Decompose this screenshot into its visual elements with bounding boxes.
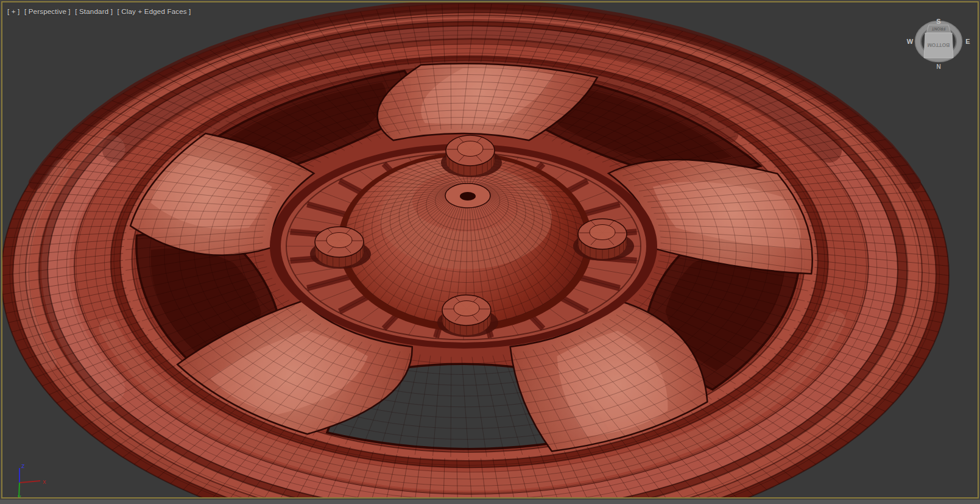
max-viewport-window: [ + ] [ Perspective ] [ Standard ] [ Cla…: [0, 0, 980, 504]
z-axis-label: z: [21, 462, 25, 469]
x-axis-label: x: [43, 478, 46, 485]
viewcube-south-label[interactable]: S: [936, 18, 940, 25]
viewcube-east-label[interactable]: E: [965, 38, 970, 45]
viewcube-front-label: FRONT: [932, 27, 945, 31]
viewport-camera-menu[interactable]: [ Perspective ]: [24, 8, 71, 15]
y-axis-label: y: [18, 493, 21, 497]
viewcube-north-label[interactable]: N: [936, 63, 940, 70]
x-axis-line: [19, 481, 40, 483]
perspective-viewport[interactable]: [ + ] [ Perspective ] [ Standard ] [ Cla…: [2, 2, 978, 497]
viewcube-west-label[interactable]: W: [907, 38, 914, 45]
viewport-pov-menu[interactable]: [ + ]: [7, 8, 20, 15]
viewport-canvas[interactable]: [2, 2, 978, 497]
window-bottom-strip: [0, 500, 980, 504]
world-axis-gizmo: z x y: [6, 461, 73, 497]
viewport-renderer-menu[interactable]: [ Standard ]: [75, 8, 113, 15]
viewcube-bottom-label: BOTTOM: [928, 42, 950, 48]
viewcube[interactable]: FRONT BOTTOM S W E N: [902, 10, 978, 74]
viewport-shading-menu[interactable]: [ Clay + Edged Faces ]: [117, 8, 191, 15]
viewport-label: [ + ] [ Perspective ] [ Standard ] [ Cla…: [7, 8, 194, 15]
